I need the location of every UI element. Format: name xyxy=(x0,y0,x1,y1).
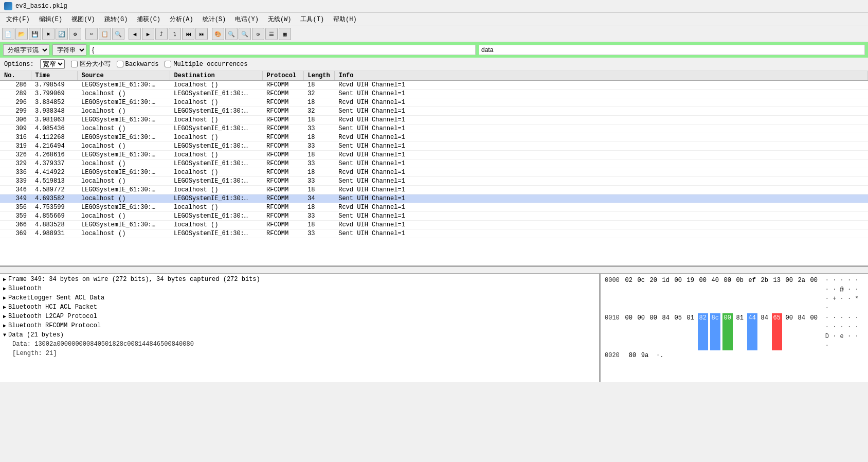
table-row[interactable]: 349 4.693582 localhost () LEGOSystemIE_6… xyxy=(0,194,868,203)
cell-time: 3.798549 xyxy=(31,81,77,90)
toolbar-down[interactable]: ⤵ xyxy=(169,28,181,40)
cell-len: 18 xyxy=(303,186,334,194)
toolbar-fwd[interactable]: ▶ xyxy=(142,28,154,40)
multiple-option[interactable]: Multiple occurrences xyxy=(165,61,247,68)
menu-item-电话(Y)[interactable]: 电话(Y) xyxy=(231,14,263,25)
cell-proto: RFCOMM xyxy=(262,186,303,194)
cell-info: Sent UIH Channel=1 xyxy=(334,125,867,133)
table-row[interactable]: 366 4.883528 LEGOSystemIE_61:30:… localh… xyxy=(0,221,868,229)
toolbar-jump[interactable]: ⤴ xyxy=(155,28,168,40)
table-row[interactable]: 289 3.799069 localhost () LEGOSystemIE_6… xyxy=(0,90,868,98)
packet-list[interactable]: No. Time Source Destination Protocol Len… xyxy=(0,71,868,266)
toolbar-copy[interactable]: 📋 xyxy=(99,28,111,40)
toolbar-find[interactable]: 🔍 xyxy=(112,28,124,40)
table-row[interactable]: 316 4.112268 LEGOSystemIE_61:30:… localh… xyxy=(0,133,868,142)
toolbar-cut[interactable]: ✂ xyxy=(85,28,98,40)
toolbar-last[interactable]: ⏭ xyxy=(195,28,208,40)
menu-item-编辑(E)[interactable]: 编辑(E) xyxy=(35,14,67,25)
cell-info: Sent UIH Channel=1 xyxy=(334,212,867,221)
backwards-checkbox[interactable] xyxy=(117,61,123,67)
hex-byte: 1d xyxy=(661,276,671,313)
hex-byte: 00 xyxy=(624,313,634,350)
toolbar-new[interactable]: 📄 xyxy=(2,28,14,40)
menu-item-视图(V)[interactable]: 视图(V) xyxy=(67,14,99,25)
toolbar-zoom-normal[interactable]: ⊙ xyxy=(252,28,264,40)
toolbar-cols[interactable]: ☰ xyxy=(265,28,278,40)
menu-item-工具(T)[interactable]: 工具(T) xyxy=(296,14,328,25)
toolbar-prefs[interactable]: ⚙ xyxy=(69,28,81,40)
toolbar-color[interactable]: 🎨 xyxy=(212,28,224,40)
cell-time: 4.855669 xyxy=(31,212,77,221)
toolbar-close[interactable]: ✖ xyxy=(42,28,55,40)
table-row[interactable]: 309 4.085436 localhost () LEGOSystemIE_6… xyxy=(0,125,868,133)
cell-source: localhost () xyxy=(77,90,170,98)
toolbar-open[interactable]: 📂 xyxy=(15,28,28,40)
menu-item-无线(W)[interactable]: 无线(W) xyxy=(264,14,296,25)
horizontal-scrollbar[interactable] xyxy=(0,266,868,274)
table-row[interactable]: 359 4.855669 localhost () LEGOSystemIE_6… xyxy=(0,212,868,221)
toolbar-back[interactable]: ◀ xyxy=(129,28,141,40)
backwards-option[interactable]: Backwards xyxy=(117,61,159,68)
cell-proto: RFCOMM xyxy=(262,151,303,159)
hex-byte: 13 xyxy=(772,276,782,313)
cell-info: Rcvd UIH Channel=1 xyxy=(334,151,867,159)
cell-proto: RFCOMM xyxy=(262,107,303,116)
menu-item-帮助(H)[interactable]: 帮助(H) xyxy=(329,14,361,25)
toolbar-first[interactable]: ⏮ xyxy=(182,28,194,40)
toolbar-save[interactable]: 💾 xyxy=(29,28,41,40)
tree-item-l2cap[interactable]: ▶Bluetooth L2CAP Protocol xyxy=(0,312,599,321)
table-row[interactable]: 346 4.589772 LEGOSystemIE_61:30:… localh… xyxy=(0,186,868,194)
case-sensitive-checkbox[interactable] xyxy=(71,61,78,67)
cell-time: 4.883528 xyxy=(31,221,77,229)
col-header-proto: Protocol xyxy=(262,71,303,81)
cell-dest: LEGOSystemIE_61:30:… xyxy=(170,125,262,133)
width-select[interactable]: 宽窄 xyxy=(40,59,65,69)
toolbar-reload[interactable]: 🔄 xyxy=(56,28,68,40)
menu-item-跳转(G)[interactable]: 跳转(G) xyxy=(100,14,132,25)
table-row[interactable]: 356 4.753599 LEGOSystemIE_61:30:… localh… xyxy=(0,203,868,212)
table-row[interactable]: 299 3.938348 localhost () LEGOSystemIE_6… xyxy=(0,107,868,116)
cell-time: 4.589772 xyxy=(31,186,77,194)
filter-mode-select[interactable]: 字符串 xyxy=(52,44,86,56)
table-row[interactable]: 306 3.981063 LEGOSystemIE_61:30:… localh… xyxy=(0,116,868,125)
case-sensitive-option[interactable]: 区分大小写 xyxy=(71,60,111,68)
table-row[interactable]: 326 4.268616 LEGOSystemIE_61:30:… localh… xyxy=(0,151,868,159)
tree-item-data[interactable]: ▼Data (21 bytes) xyxy=(0,330,599,340)
cell-source: LEGOSystemIE_61:30:… xyxy=(77,221,170,229)
cell-info: Rcvd UIH Channel=1 xyxy=(334,168,867,177)
tree-item-rfcomm[interactable]: ▶Bluetooth RFCOMM Protocol xyxy=(0,321,599,330)
table-row[interactable]: 329 4.379337 localhost () LEGOSystemIE_6… xyxy=(0,159,868,168)
cell-proto: RFCOMM xyxy=(262,168,303,177)
col-header-no: No. xyxy=(0,71,31,81)
menu-item-分析(A)[interactable]: 分析(A) xyxy=(166,14,197,25)
tree-child: Data: 13002a000000000840501828c008144846… xyxy=(0,340,599,349)
tree-item-hci[interactable]: ▶Bluetooth HCI ACL Packet xyxy=(0,303,599,312)
table-row[interactable]: 296 3.834852 LEGOSystemIE_61:30:… localh… xyxy=(0,98,868,107)
filter-type-select[interactable]: 分组字节流 xyxy=(3,44,49,56)
table-row[interactable]: 339 4.519813 localhost () LEGOSystemIE_6… xyxy=(0,177,868,186)
menu-item-文件(F)[interactable]: 文件(F) xyxy=(2,14,34,25)
cell-no: 319 xyxy=(0,142,31,151)
toolbar-zoom-in[interactable]: 🔍 xyxy=(225,28,238,40)
toolbar-zoom-out[interactable]: 🔍 xyxy=(239,28,251,40)
tree-label: Bluetooth HCI ACL Packet xyxy=(8,304,97,311)
tree-item-bluetooth[interactable]: ▶Bluetooth xyxy=(0,284,599,293)
table-row[interactable]: 336 4.414922 LEGOSystemIE_61:30:… localh… xyxy=(0,168,868,177)
table-row[interactable]: 369 4.988931 localhost () LEGOSystemIE_6… xyxy=(0,229,868,238)
menu-item-统计(S)[interactable]: 统计(S) xyxy=(198,14,230,25)
cell-proto: RFCOMM xyxy=(262,194,303,203)
multiple-checkbox[interactable] xyxy=(165,61,171,67)
tree-item-frame[interactable]: ▶Frame 349: 34 bytes on wire (272 bits),… xyxy=(0,275,599,284)
table-row[interactable]: 286 3.798549 LEGOSystemIE_61:30:… localh… xyxy=(0,81,868,90)
table-row[interactable]: 319 4.216494 localhost () LEGOSystemIE_6… xyxy=(0,142,868,151)
cell-len: 18 xyxy=(303,81,334,90)
hex-byte: 0b xyxy=(735,276,745,313)
tree-item-packetlogger[interactable]: ▶PacketLogger Sent ACL Data xyxy=(0,293,599,303)
search-input[interactable] xyxy=(479,45,865,55)
cell-dest: localhost () xyxy=(170,116,262,125)
toolbar-grid[interactable]: ▦ xyxy=(279,28,291,40)
menu-item-捕获(C)[interactable]: 捕获(C) xyxy=(133,14,165,25)
cell-time: 4.216494 xyxy=(31,142,77,151)
col-header-dest: Destination xyxy=(170,71,262,81)
filter-input[interactable] xyxy=(89,45,476,55)
